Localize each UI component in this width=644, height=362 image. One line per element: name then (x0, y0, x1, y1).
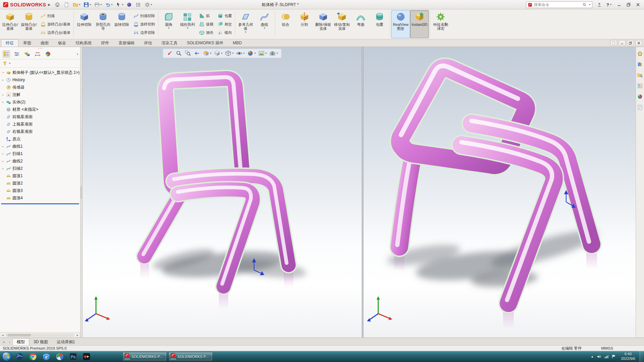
taskpane-file-explorer-button[interactable] (637, 72, 643, 79)
dropdown-caret-icon[interactable]: ▾ (265, 52, 267, 55)
configurationmanager-tab[interactable] (23, 50, 31, 58)
lofted-boss-base-button[interactable]: 放样凸台/基体 (39, 20, 72, 28)
home-button[interactable] (53, 1, 62, 9)
3d-views-tab[interactable]: 3D 视图 (29, 338, 52, 345)
view-settings-button[interactable]: ▾ (269, 50, 278, 57)
taskpane-solidworks-resources-button[interactable] (637, 50, 643, 57)
menu-flyout-arrow-icon[interactable]: ▶ (48, 3, 50, 6)
tree-item-sensors[interactable]: 传感器 (0, 84, 80, 91)
chair-model-front-view[interactable] (83, 47, 362, 338)
zoom-to-fit-button[interactable] (176, 50, 182, 57)
window-minimize-button[interactable] (614, 1, 624, 8)
model-tab[interactable]: 模型 (12, 338, 29, 345)
internet-explorer-icon[interactable]: e (41, 352, 52, 361)
revolved-cut-button[interactable]: 旋转切除 (112, 10, 131, 38)
tree-item-material[interactable]: 材质 <未指定> (0, 106, 80, 113)
tab-structure-system[interactable]: 结构系统 (71, 39, 96, 47)
user-account-icon[interactable] (595, 1, 603, 9)
previous-view-button[interactable] (194, 50, 200, 57)
expand-arrow-icon[interactable]: ▸ (1, 152, 5, 155)
lofted-cut-button[interactable]: 放样切割 (132, 20, 156, 28)
hole-wizard-button[interactable]: 异型孔向导 (94, 10, 112, 38)
taskbar-app-solidworks-2[interactable]: 2019SOLIDWORKS P... (168, 352, 213, 361)
dropdown-caret-icon[interactable]: ▾ (151, 3, 152, 6)
expand-arrow-icon[interactable]: ▸ (1, 79, 5, 82)
tree-item-annotations[interactable]: ▸A注解 (0, 91, 80, 98)
search-dropdown-caret-icon[interactable]: ▾ (589, 3, 590, 6)
view-orientation-button[interactable]: ▾ (214, 50, 222, 57)
tree-item-dome2[interactable]: 圆顶2 (0, 179, 80, 187)
tab-sheet-metal[interactable]: 钣金 (53, 39, 71, 47)
window-restore-button[interactable] (624, 1, 633, 8)
boundary-cut-button[interactable]: 边界切除 (132, 29, 156, 37)
expand-arrow-icon[interactable]: ▸ (1, 145, 5, 148)
rollback-bar[interactable] (1, 203, 79, 204)
document-close-button[interactable] (635, 40, 642, 46)
viewport-left[interactable]: ▾▾▾▾▾▾▾ (83, 47, 362, 338)
open-button[interactable]: ▾ (71, 1, 82, 9)
motion-study-tab[interactable]: 运动算例1 (52, 338, 80, 345)
wrap-feature-button[interactable]: 包覆 (370, 10, 389, 38)
delete-keep-body-button[interactable]: 删除/保留实体 (314, 10, 333, 38)
mirror-button[interactable]: 镜向 (216, 29, 233, 37)
pinwheel-app-icon[interactable] (54, 352, 65, 361)
expand-arrow-icon[interactable]: ▸ (1, 160, 5, 163)
tree-item-curve2[interactable]: ▸曲线2 (0, 157, 80, 165)
dropdown-caret-icon[interactable]: ▾ (187, 27, 188, 30)
print-button[interactable]: ▾ (93, 1, 103, 9)
tree-item-history[interactable]: ▸History (0, 76, 80, 84)
dropdown-caret-icon[interactable]: ▾ (111, 3, 112, 6)
propertymanager-tab[interactable] (13, 50, 20, 58)
dropdown-caret-icon[interactable]: ▾ (90, 3, 91, 6)
dropdown-caret-icon[interactable]: ▾ (245, 31, 246, 34)
network-icon[interactable] (604, 354, 609, 359)
wrap-button[interactable]: 包覆 (216, 12, 233, 20)
scrollbar-track[interactable] (6, 333, 74, 337)
dropdown-caret-icon[interactable]: ▾ (122, 3, 123, 6)
curves-button[interactable]: 曲线▾ (255, 10, 274, 38)
pane-options-icon[interactable] (610, 40, 617, 46)
displaymanager-tab[interactable] (44, 50, 52, 58)
command-list-button[interactable] (134, 1, 143, 9)
document-minimize-button[interactable] (618, 40, 626, 46)
tab-sketch[interactable]: 草图 (18, 39, 36, 47)
units-selector[interactable]: MMGS (601, 346, 613, 350)
taskpane-design-library-button[interactable] (637, 61, 643, 68)
tab-solidworks-addins[interactable]: SOLIDWORKS 插件 (182, 39, 228, 47)
tree-item-sweep2[interactable]: ▸扫描2 (0, 165, 80, 172)
reference-geometry-button[interactable]: 参考几何体▾ (236, 10, 255, 38)
tree-item-dome1[interactable]: 圆顶1 (0, 172, 80, 179)
tab-evaluate[interactable]: 评估 (139, 39, 157, 47)
dropdown-caret-icon[interactable]: ▾ (254, 52, 256, 55)
tree-item-dome4[interactable]: 圆顶4 (0, 194, 80, 202)
help-button[interactable]: ?▾ (606, 2, 611, 7)
combine-button[interactable]: 组合 (276, 10, 295, 38)
extruded-cut-button[interactable]: 拉伸切除 (75, 10, 94, 38)
taskpane-custom-properties-button[interactable] (637, 104, 643, 111)
chrome-browser-icon[interactable] (27, 352, 39, 361)
boundary-boss-base-button[interactable]: 边界凸台/基体 (39, 29, 72, 37)
photoshop-icon[interactable]: Ps (67, 352, 79, 361)
appearance-sphere-button[interactable] (125, 1, 134, 9)
instant3d-button[interactable]: Instant3D (410, 10, 429, 38)
rib-button[interactable]: 筋 (198, 12, 215, 20)
swept-boss-base-button[interactable]: 扫描 (39, 12, 72, 20)
show-desktop-button[interactable] (640, 351, 643, 362)
viewport-right[interactable] (363, 47, 636, 338)
tab-scroll-prev-button[interactable]: ‹ (7, 339, 12, 345)
screen-recorder-icon[interactable] (81, 352, 92, 361)
hidden-icons-button[interactable]: ▲ (591, 355, 594, 358)
action-center-icon[interactable] (611, 354, 616, 359)
move-copy-body-button[interactable]: 移动/复制实体 (333, 10, 351, 38)
feature-tree-root[interactable]: ▾粗体椅子 (默认<<默认>_显示状态 1>) (0, 69, 80, 76)
split-button[interactable]: 分割 (295, 10, 314, 38)
dropdown-caret-icon[interactable]: ▾ (221, 52, 222, 55)
tab-scroll-first-button[interactable]: « (1, 339, 7, 345)
draft-button[interactable]: 拔模 (198, 20, 215, 28)
tree-item-origin[interactable]: 原点 (0, 135, 80, 143)
taskbar-clock[interactable]: 6:40 2022/9/6 (621, 352, 635, 361)
edit-appearance-button[interactable]: ▾ (247, 50, 256, 57)
tree-item-dome3[interactable]: 圆顶3 (0, 187, 80, 194)
filter-caret-icon[interactable]: ▾ (9, 62, 10, 65)
dropdown-caret-icon[interactable]: ▾ (79, 3, 80, 6)
